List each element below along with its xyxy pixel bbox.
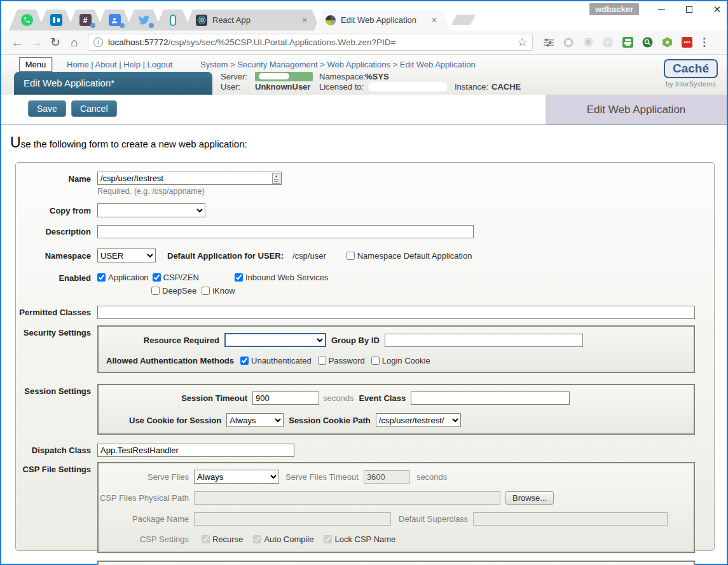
- save-button[interactable]: Save: [28, 100, 66, 117]
- name-label: Name: [16, 172, 97, 184]
- home-icon[interactable]: ⌂: [65, 36, 84, 50]
- enabled-deepsee-checkbox[interactable]: [151, 287, 160, 295]
- reload-icon[interactable]: ↻: [46, 35, 65, 50]
- session-settings-label: Session Settings: [16, 384, 97, 396]
- whatsapp-icon: [21, 14, 33, 26]
- dispatch-class-input[interactable]: [97, 444, 294, 457]
- group-by-id-input[interactable]: [385, 334, 583, 347]
- breadcrumb-system[interactable]: System: [200, 60, 237, 69]
- nav-link-help[interactable]: Help: [123, 60, 147, 69]
- react-devtools-icon[interactable]: [582, 37, 594, 48]
- portal-nav-links: HomeAboutHelpLogout: [67, 60, 172, 69]
- breadcrumb-current: Edit Web Application: [400, 60, 476, 69]
- namespace-default-checkbox[interactable]: [347, 252, 355, 260]
- cache-logo-byline: by InterSystems: [664, 80, 718, 88]
- use-cookie-label: Use Cookie for Session: [129, 416, 221, 425]
- pinned-tab-onetab[interactable]: [155, 10, 191, 31]
- auth-password-checkbox[interactable]: [318, 357, 326, 365]
- minimize-button[interactable]: [656, 4, 667, 15]
- enabled-cspzen-checkbox[interactable]: [153, 273, 161, 282]
- hexagon-extension-icon[interactable]: [661, 37, 673, 48]
- enabled-iknow-checkbox[interactable]: [202, 287, 210, 295]
- copy-from-select[interactable]: [97, 203, 205, 217]
- chat-icon: [109, 14, 121, 26]
- maximize-button[interactable]: [683, 4, 695, 15]
- serve-files-timeout-unit: seconds: [416, 472, 447, 482]
- ring-extension-icon[interactable]: [563, 37, 574, 48]
- csp-file-settings-label: CSP File Settings: [16, 462, 97, 474]
- licensed-to-value-redacted: [368, 82, 447, 92]
- serve-files-timeout-input: [364, 470, 410, 484]
- magnifier-extension-icon[interactable]: [642, 37, 653, 48]
- auth-login-cookie-checkbox[interactable]: [371, 357, 380, 365]
- main-content: Use the following form to create a new w…: [1, 125, 727, 535]
- close-tab-icon[interactable]: ✕: [430, 16, 439, 25]
- nav-link-home[interactable]: Home: [67, 60, 95, 69]
- enabled-label: Enabled: [16, 273, 97, 283]
- lastpass-extension-icon[interactable]: [681, 37, 692, 48]
- csp-file-settings-group: Serve Files Always Serve Files Timeout s…: [97, 462, 695, 553]
- target-extension-icon[interactable]: [602, 37, 614, 48]
- event-class-input[interactable]: [411, 391, 570, 405]
- enabled-application-checkbox[interactable]: [97, 273, 106, 282]
- page-title: Edit Web Application*: [14, 72, 212, 95]
- pinned-tab-whatsapp[interactable]: [9, 10, 45, 31]
- custom-pages-label: Custom Pages: [16, 561, 97, 565]
- use-cookie-select[interactable]: Always: [226, 413, 284, 427]
- nav-link-logout[interactable]: Logout: [148, 60, 173, 69]
- instance-value: CACHE: [491, 82, 521, 92]
- tab-edit-web-application[interactable]: Edit Web Application ✕: [314, 10, 450, 31]
- session-timeout-input[interactable]: [252, 391, 319, 405]
- tab-react-app[interactable]: React App ✕: [184, 10, 320, 31]
- spinner-icon[interactable]: ▲: [272, 173, 280, 184]
- breadcrumb-security-management[interactable]: Security Management: [237, 60, 327, 69]
- menu-button[interactable]: Menu: [19, 57, 52, 72]
- printer-extension-icon[interactable]: [622, 37, 633, 48]
- bookmark-star-icon[interactable]: ☆: [518, 36, 527, 49]
- cancel-button[interactable]: Cancel: [71, 100, 117, 117]
- notification-dot: [120, 23, 125, 28]
- enabled-inbound-checkbox[interactable]: [235, 273, 243, 282]
- breadcrumb-web-applications[interactable]: Web Applications: [327, 60, 399, 69]
- description-input[interactable]: [97, 225, 474, 238]
- package-name-label: Package Name: [99, 514, 194, 524]
- session-cookie-path-select[interactable]: /csp/user/testrest/: [376, 413, 461, 427]
- default-app-label: Default Application for USER:: [167, 251, 284, 261]
- pie-icon: [326, 15, 336, 25]
- cache-logo-text: Caché: [664, 59, 718, 78]
- name-help-text: Required. (e.g. /csp/appname): [97, 187, 282, 196]
- url-text: localhost:57772/csp/sys/sec/%25CSP.UI.Po…: [108, 37, 514, 47]
- physical-path-label: CSP Files Physical Path: [99, 493, 194, 503]
- pinned-tab-slack[interactable]: #: [67, 10, 103, 31]
- browser-menu-icon[interactable]: ⋮: [699, 36, 710, 49]
- close-tab-icon[interactable]: ✕: [300, 16, 309, 25]
- enabled-inbound-label: Inbound Web Services: [245, 273, 329, 282]
- pinned-tab-chat[interactable]: [97, 10, 132, 31]
- forward-icon[interactable]: →: [27, 36, 46, 50]
- description-label: Description: [16, 227, 97, 236]
- address-bar[interactable]: i localhost:57772/csp/sys/sec/%25CSP.UI.…: [88, 34, 533, 51]
- pinned-tab-trello[interactable]: [38, 10, 74, 31]
- back-icon[interactable]: ←: [8, 36, 27, 50]
- namespace-select[interactable]: USER: [97, 248, 156, 262]
- name-input[interactable]: [97, 172, 282, 185]
- resource-required-select[interactable]: [224, 333, 326, 347]
- permitted-classes-input[interactable]: [97, 306, 695, 319]
- new-tab-button[interactable]: [451, 15, 476, 25]
- serve-files-select[interactable]: Always: [194, 470, 279, 484]
- auth-unauthenticated-checkbox[interactable]: [240, 357, 249, 365]
- trello-icon: [50, 14, 62, 26]
- custom-pages-group: Login Page Change Password Page Custom E…: [97, 561, 695, 565]
- onetab-icon: [170, 15, 176, 26]
- browse-button[interactable]: Browse...: [505, 491, 554, 505]
- pinned-tab-twitter[interactable]: [126, 10, 161, 31]
- page-info-icon[interactable]: i: [93, 37, 103, 47]
- sliders-extension-icon[interactable]: [543, 37, 554, 48]
- slack-icon: #: [79, 14, 92, 26]
- tab-title: Edit Web Application: [341, 15, 430, 25]
- event-class-label: Event Class: [359, 393, 406, 403]
- permitted-classes-label: Permitted Classes: [16, 308, 97, 317]
- close-button[interactable]: ✕: [711, 4, 723, 15]
- nav-link-about[interactable]: About: [95, 60, 124, 69]
- lock-csp-name-checkbox: [324, 535, 332, 543]
